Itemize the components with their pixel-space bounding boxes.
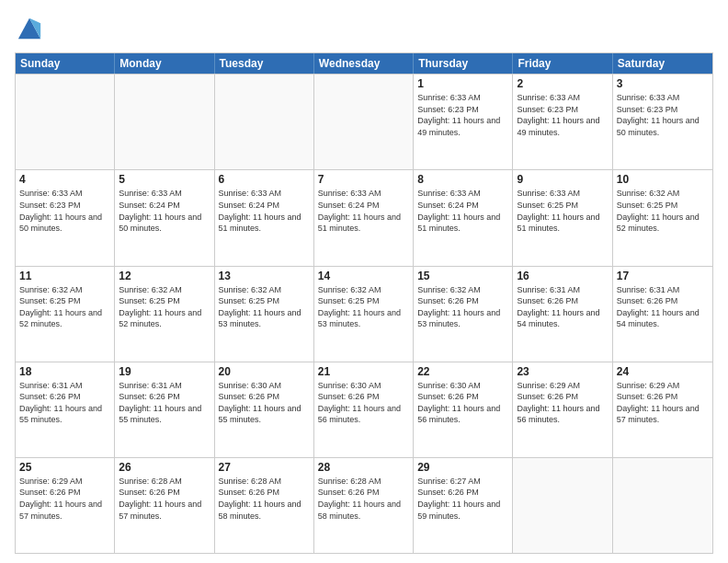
day-info: Sunrise: 6:32 AM Sunset: 6:26 PM Dayligh… — [417, 284, 508, 330]
day-info: Sunrise: 6:33 AM Sunset: 6:24 PM Dayligh… — [417, 188, 508, 234]
day-number: 24 — [617, 365, 709, 378]
cal-header-thursday: Thursday — [414, 53, 513, 74]
cal-cell: 11Sunrise: 6:32 AM Sunset: 6:25 PM Dayli… — [16, 267, 115, 362]
day-number: 5 — [119, 173, 210, 186]
page-header — [15, 15, 713, 45]
calendar-page: SundayMondayTuesdayWednesdayThursdayFrid… — [0, 0, 728, 563]
day-info: Sunrise: 6:32 AM Sunset: 6:25 PM Dayligh… — [617, 188, 709, 234]
day-info: Sunrise: 6:31 AM Sunset: 6:26 PM Dayligh… — [119, 380, 210, 426]
day-info: Sunrise: 6:33 AM Sunset: 6:24 PM Dayligh… — [219, 188, 310, 234]
cal-cell: 1Sunrise: 6:33 AM Sunset: 6:23 PM Daylig… — [414, 75, 513, 169]
cal-cell — [215, 75, 314, 169]
day-number: 10 — [617, 173, 709, 186]
cal-cell: 4Sunrise: 6:33 AM Sunset: 6:23 PM Daylig… — [16, 170, 115, 265]
day-info: Sunrise: 6:29 AM Sunset: 6:26 PM Dayligh… — [517, 380, 608, 426]
cal-week-3: 11Sunrise: 6:32 AM Sunset: 6:25 PM Dayli… — [16, 266, 712, 362]
day-info: Sunrise: 6:30 AM Sunset: 6:26 PM Dayligh… — [318, 380, 409, 426]
day-number: 8 — [417, 173, 508, 186]
day-number: 29 — [417, 461, 508, 474]
day-info: Sunrise: 6:31 AM Sunset: 6:26 PM Dayligh… — [617, 284, 709, 330]
cal-cell: 3Sunrise: 6:33 AM Sunset: 6:23 PM Daylig… — [613, 75, 712, 169]
cal-cell: 13Sunrise: 6:32 AM Sunset: 6:25 PM Dayli… — [215, 267, 314, 362]
day-number: 9 — [517, 173, 608, 186]
cal-cell: 12Sunrise: 6:32 AM Sunset: 6:25 PM Dayli… — [115, 267, 214, 362]
cal-header-sunday: Sunday — [16, 53, 115, 74]
cal-cell: 9Sunrise: 6:33 AM Sunset: 6:25 PM Daylig… — [513, 170, 612, 265]
cal-cell: 23Sunrise: 6:29 AM Sunset: 6:26 PM Dayli… — [513, 362, 612, 457]
day-number: 12 — [119, 270, 210, 282]
day-number: 7 — [318, 173, 409, 186]
day-number: 28 — [318, 461, 409, 474]
day-info: Sunrise: 6:32 AM Sunset: 6:25 PM Dayligh… — [219, 284, 310, 330]
cal-cell: 27Sunrise: 6:28 AM Sunset: 6:26 PM Dayli… — [215, 458, 314, 553]
cal-cell: 14Sunrise: 6:32 AM Sunset: 6:25 PM Dayli… — [314, 267, 414, 362]
day-number: 21 — [318, 365, 409, 378]
cal-cell: 16Sunrise: 6:31 AM Sunset: 6:26 PM Dayli… — [513, 267, 612, 362]
cal-cell: 25Sunrise: 6:29 AM Sunset: 6:26 PM Dayli… — [16, 458, 115, 553]
day-info: Sunrise: 6:33 AM Sunset: 6:24 PM Dayligh… — [318, 188, 409, 234]
day-info: Sunrise: 6:31 AM Sunset: 6:26 PM Dayligh… — [517, 284, 608, 330]
cal-cell: 20Sunrise: 6:30 AM Sunset: 6:26 PM Dayli… — [215, 362, 314, 457]
cal-header-monday: Monday — [115, 53, 214, 74]
cal-cell: 8Sunrise: 6:33 AM Sunset: 6:24 PM Daylig… — [414, 170, 513, 265]
day-info: Sunrise: 6:33 AM Sunset: 6:23 PM Dayligh… — [19, 188, 110, 234]
cal-header-wednesday: Wednesday — [314, 53, 414, 74]
logo — [15, 15, 42, 45]
day-number: 25 — [19, 461, 110, 474]
day-info: Sunrise: 6:29 AM Sunset: 6:26 PM Dayligh… — [617, 380, 709, 426]
day-info: Sunrise: 6:33 AM Sunset: 6:23 PM Dayligh… — [617, 92, 709, 138]
day-number: 20 — [219, 365, 310, 378]
day-info: Sunrise: 6:32 AM Sunset: 6:25 PM Dayligh… — [19, 284, 110, 330]
cal-cell — [115, 75, 214, 169]
day-number: 17 — [617, 270, 709, 282]
cal-week-5: 25Sunrise: 6:29 AM Sunset: 6:26 PM Dayli… — [16, 457, 712, 553]
day-number: 1 — [417, 77, 508, 90]
day-number: 4 — [19, 173, 110, 186]
cal-cell: 21Sunrise: 6:30 AM Sunset: 6:26 PM Dayli… — [314, 362, 414, 457]
day-info: Sunrise: 6:33 AM Sunset: 6:23 PM Dayligh… — [517, 92, 608, 138]
cal-cell: 2Sunrise: 6:33 AM Sunset: 6:23 PM Daylig… — [513, 75, 612, 169]
cal-cell: 17Sunrise: 6:31 AM Sunset: 6:26 PM Dayli… — [613, 267, 712, 362]
day-info: Sunrise: 6:28 AM Sunset: 6:26 PM Dayligh… — [219, 476, 310, 522]
day-info: Sunrise: 6:28 AM Sunset: 6:26 PM Dayligh… — [318, 476, 409, 522]
calendar-body: 1Sunrise: 6:33 AM Sunset: 6:23 PM Daylig… — [16, 74, 712, 553]
cal-cell: 19Sunrise: 6:31 AM Sunset: 6:26 PM Dayli… — [115, 362, 214, 457]
cal-cell: 10Sunrise: 6:32 AM Sunset: 6:25 PM Dayli… — [613, 170, 712, 265]
day-number: 27 — [219, 461, 310, 474]
calendar: SundayMondayTuesdayWednesdayThursdayFrid… — [15, 52, 713, 554]
day-number: 6 — [219, 173, 310, 186]
cal-cell — [513, 458, 612, 553]
cal-cell: 18Sunrise: 6:31 AM Sunset: 6:26 PM Dayli… — [16, 362, 115, 457]
day-number: 26 — [119, 461, 210, 474]
day-info: Sunrise: 6:33 AM Sunset: 6:24 PM Dayligh… — [119, 188, 210, 234]
cal-cell: 6Sunrise: 6:33 AM Sunset: 6:24 PM Daylig… — [215, 170, 314, 265]
cal-cell: 26Sunrise: 6:28 AM Sunset: 6:26 PM Dayli… — [115, 458, 214, 553]
cal-cell: 22Sunrise: 6:30 AM Sunset: 6:26 PM Dayli… — [414, 362, 513, 457]
day-info: Sunrise: 6:32 AM Sunset: 6:25 PM Dayligh… — [119, 284, 210, 330]
cal-cell: 7Sunrise: 6:33 AM Sunset: 6:24 PM Daylig… — [314, 170, 414, 265]
cal-week-4: 18Sunrise: 6:31 AM Sunset: 6:26 PM Dayli… — [16, 362, 712, 457]
day-info: Sunrise: 6:30 AM Sunset: 6:26 PM Dayligh… — [417, 380, 508, 426]
cal-cell: 29Sunrise: 6:27 AM Sunset: 6:26 PM Dayli… — [414, 458, 513, 553]
day-number: 16 — [517, 270, 608, 282]
day-info: Sunrise: 6:32 AM Sunset: 6:25 PM Dayligh… — [318, 284, 409, 330]
day-info: Sunrise: 6:29 AM Sunset: 6:26 PM Dayligh… — [19, 476, 110, 522]
cal-header-saturday: Saturday — [613, 53, 712, 74]
day-info: Sunrise: 6:33 AM Sunset: 6:25 PM Dayligh… — [517, 188, 608, 234]
logo-icon — [17, 15, 42, 40]
day-info: Sunrise: 6:33 AM Sunset: 6:23 PM Dayligh… — [417, 92, 508, 138]
day-number: 14 — [318, 270, 409, 282]
cal-cell: 15Sunrise: 6:32 AM Sunset: 6:26 PM Dayli… — [414, 267, 513, 362]
day-number: 11 — [19, 270, 110, 282]
day-info: Sunrise: 6:28 AM Sunset: 6:26 PM Dayligh… — [119, 476, 210, 522]
cal-cell — [314, 75, 414, 169]
day-number: 22 — [417, 365, 508, 378]
cal-cell — [613, 458, 712, 553]
cal-cell: 24Sunrise: 6:29 AM Sunset: 6:26 PM Dayli… — [613, 362, 712, 457]
day-number: 3 — [617, 77, 709, 90]
cal-header-friday: Friday — [513, 53, 612, 74]
cal-cell: 28Sunrise: 6:28 AM Sunset: 6:26 PM Dayli… — [314, 458, 414, 553]
day-info: Sunrise: 6:27 AM Sunset: 6:26 PM Dayligh… — [417, 476, 508, 522]
day-info: Sunrise: 6:31 AM Sunset: 6:26 PM Dayligh… — [19, 380, 110, 426]
day-number: 2 — [517, 77, 608, 90]
